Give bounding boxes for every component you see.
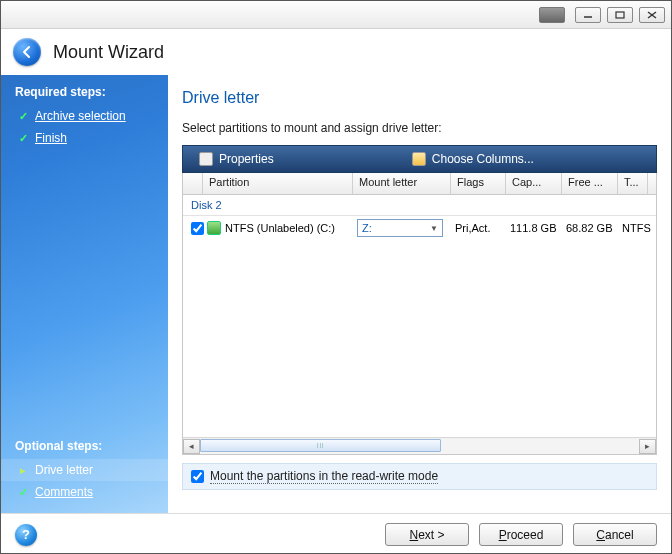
- svg-rect-1: [616, 12, 624, 18]
- step-label: Comments: [35, 485, 93, 499]
- back-button[interactable]: [13, 38, 41, 66]
- scroll-track[interactable]: [200, 439, 639, 454]
- close-button[interactable]: [639, 7, 665, 23]
- check-icon: ✓: [17, 132, 29, 144]
- required-steps-heading: Required steps:: [1, 75, 168, 105]
- maximize-button[interactable]: [607, 7, 633, 23]
- choose-columns-button[interactable]: Choose Columns...: [396, 146, 550, 172]
- step-drive-letter[interactable]: ▸ Drive letter: [1, 459, 168, 481]
- step-archive-selection[interactable]: ✓ Archive selection: [1, 105, 168, 127]
- mount-wizard-window: Mount Wizard Required steps: ✓ Archive s…: [0, 0, 672, 554]
- read-write-label[interactable]: Mount the partitions in the read-write m…: [210, 469, 438, 484]
- arrow-right-icon: ▸: [17, 464, 29, 476]
- mount-letter-value: Z:: [362, 222, 372, 234]
- optional-steps-heading: Optional steps:: [1, 429, 168, 459]
- step-label: Archive selection: [35, 109, 126, 123]
- col-mount-letter[interactable]: Mount letter: [353, 173, 451, 194]
- column-headers: Partition Mount letter Flags Cap... Free…: [182, 173, 657, 195]
- col-flags[interactable]: Flags: [451, 173, 506, 194]
- step-label: Drive letter: [35, 463, 93, 477]
- partition-flags: Pri,Act.: [455, 222, 510, 234]
- chevron-down-icon: ▼: [430, 224, 438, 233]
- scroll-left-button[interactable]: ◂: [183, 439, 200, 454]
- steps-sidebar: Required steps: ✓ Archive selection ✓ Fi…: [1, 75, 168, 513]
- columns-icon: [412, 152, 426, 166]
- step-finish[interactable]: ✓ Finish: [1, 127, 168, 149]
- step-label: Finish: [35, 131, 67, 145]
- partition-name: NTFS (Unlabeled) (C:): [225, 222, 335, 234]
- check-icon: ✓: [17, 110, 29, 122]
- read-write-option: Mount the partitions in the read-write m…: [182, 463, 657, 490]
- cancel-button[interactable]: Cancel: [573, 523, 657, 546]
- properties-icon: [199, 152, 213, 166]
- partition-row[interactable]: NTFS (Unlabeled) (C:) Z: ▼ Pri,Act. 111.…: [183, 216, 656, 240]
- minimize-button[interactable]: [575, 7, 601, 23]
- toolbar-label: Properties: [219, 152, 274, 166]
- partition-free: 68.82 GB: [566, 222, 622, 234]
- wizard-header: Mount Wizard: [1, 29, 671, 75]
- col-partition[interactable]: Partition: [203, 173, 353, 194]
- disk-group-label: Disk 2: [183, 195, 656, 216]
- app-brand-icon: [539, 7, 565, 23]
- read-write-checkbox[interactable]: [191, 470, 204, 483]
- col-checkbox[interactable]: [183, 173, 203, 194]
- scroll-right-button[interactable]: ▸: [639, 439, 656, 454]
- toolbar-label: Choose Columns...: [432, 152, 534, 166]
- wizard-title: Mount Wizard: [53, 42, 164, 63]
- partition-grid: Disk 2 NTFS (Unlabeled) (C:) Z: ▼: [182, 195, 657, 455]
- wizard-footer: ? Next > Proceed Cancel: [1, 513, 671, 554]
- step-comments[interactable]: ✓ Comments: [1, 481, 168, 503]
- col-free[interactable]: Free ...: [562, 173, 618, 194]
- main-panel: Drive letter Select partitions to mount …: [168, 75, 671, 513]
- page-title: Drive letter: [182, 89, 657, 107]
- mount-letter-dropdown[interactable]: Z: ▼: [357, 219, 443, 237]
- properties-button[interactable]: Properties: [183, 146, 290, 172]
- col-capacity[interactable]: Cap...: [506, 173, 562, 194]
- col-type[interactable]: T...: [618, 173, 648, 194]
- partition-capacity: 111.8 GB: [510, 222, 566, 234]
- grid-toolbar: Properties Choose Columns...: [182, 145, 657, 173]
- next-button[interactable]: Next >: [385, 523, 469, 546]
- help-button[interactable]: ?: [15, 524, 37, 546]
- page-instruction: Select partitions to mount and assign dr…: [182, 121, 657, 135]
- scroll-thumb[interactable]: [200, 439, 441, 452]
- horizontal-scrollbar[interactable]: ◂ ▸: [183, 437, 656, 454]
- partition-type: NTFS: [622, 222, 652, 234]
- partition-checkbox[interactable]: [191, 222, 204, 235]
- titlebar: [1, 1, 671, 29]
- partition-icon: [207, 221, 221, 235]
- check-icon: ✓: [17, 486, 29, 498]
- proceed-button[interactable]: Proceed: [479, 523, 563, 546]
